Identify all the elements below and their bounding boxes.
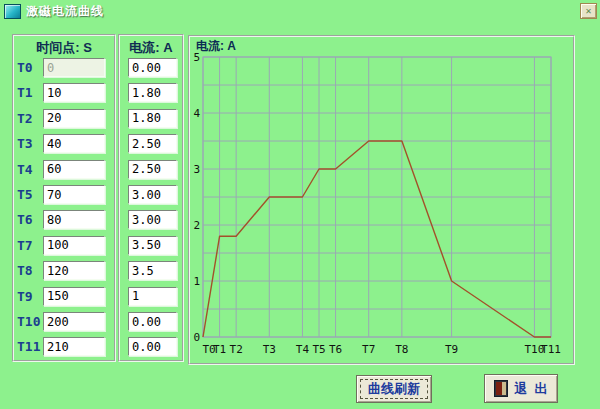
exit-button-label: 退 出 xyxy=(514,380,547,398)
chart-x-tick-label: T8 xyxy=(395,343,408,356)
current-input-t5[interactable] xyxy=(128,185,177,204)
row-label-t0: T0 xyxy=(17,60,45,75)
time-input-t1[interactable] xyxy=(43,83,105,102)
current-input-t11[interactable] xyxy=(128,337,177,356)
current-curve-chart: 012345T0T1T2T3T4T5T6T7T8T9T10T11电流: A xyxy=(190,37,573,363)
app-icon xyxy=(4,4,21,19)
app-window: 激磁电流曲线 ✕ 时间点: S T0T1T2T3T4T5T6T7T8T9T10T… xyxy=(0,0,600,409)
time-column-frame: 时间点: S T0T1T2T3T4T5T6T7T8T9T10T11 xyxy=(12,34,116,362)
time-input-t9[interactable] xyxy=(43,287,105,306)
time-input-t3[interactable] xyxy=(43,134,105,153)
current-input-t6[interactable] xyxy=(128,210,177,229)
time-input-t5[interactable] xyxy=(43,185,105,204)
current-input-t2[interactable] xyxy=(128,109,177,128)
current-curve-line xyxy=(203,141,551,337)
current-input-t3[interactable] xyxy=(128,134,177,153)
current-input-t4[interactable] xyxy=(128,160,177,179)
current-input-t9[interactable] xyxy=(128,287,177,306)
chart-y-tick-label: 1 xyxy=(193,275,200,288)
time-input-t11[interactable] xyxy=(43,337,105,356)
exit-door-icon xyxy=(494,380,508,397)
row-label-t2: T2 xyxy=(17,111,45,126)
current-input-t0[interactable] xyxy=(128,58,177,77)
chart-x-tick-label: T3 xyxy=(263,343,276,356)
current-column-frame: 电流: A xyxy=(118,34,184,362)
row-label-t7: T7 xyxy=(17,238,45,253)
chart-x-tick-label: T1 xyxy=(213,343,226,356)
current-input-t1[interactable] xyxy=(128,83,177,102)
chart-x-tick-label: T4 xyxy=(296,343,310,356)
current-input-t8[interactable] xyxy=(128,261,177,280)
time-input-t4[interactable] xyxy=(43,160,105,179)
chart-x-tick-label: T9 xyxy=(445,343,458,356)
current-input-t10[interactable] xyxy=(128,312,177,331)
time-input-t0[interactable] xyxy=(43,58,105,77)
current-column-header: 电流: A xyxy=(120,39,182,57)
time-input-t6[interactable] xyxy=(43,210,105,229)
window-title: 激磁电流曲线 xyxy=(26,3,104,20)
close-icon: ✕ xyxy=(585,5,591,16)
row-label-t5: T5 xyxy=(17,187,45,202)
exit-button[interactable]: 退 出 xyxy=(484,374,558,403)
time-input-t8[interactable] xyxy=(43,261,105,280)
row-label-t9: T9 xyxy=(17,289,45,304)
row-label-t10: T10 xyxy=(17,314,45,329)
chart-x-tick-label: T7 xyxy=(362,343,375,356)
time-input-t7[interactable] xyxy=(43,236,105,255)
chart-y-tick-label: 2 xyxy=(193,219,200,232)
chart-y-tick-label: 4 xyxy=(193,107,200,120)
time-input-t2[interactable] xyxy=(43,109,105,128)
chart-y-axis-title: 电流: A xyxy=(196,39,236,53)
row-label-t8: T8 xyxy=(17,263,45,278)
chart-x-tick-label: T2 xyxy=(230,343,243,356)
time-column-header: 时间点: S xyxy=(14,39,114,57)
current-input-t7[interactable] xyxy=(128,236,177,255)
row-label-t1: T1 xyxy=(17,85,45,100)
chart-x-tick-label: T5 xyxy=(312,343,325,356)
row-label-t6: T6 xyxy=(17,212,45,227)
row-label-t3: T3 xyxy=(17,136,45,151)
titlebar: 激磁电流曲线 ✕ xyxy=(0,0,600,23)
close-button[interactable]: ✕ xyxy=(580,3,597,19)
refresh-curve-button[interactable]: 曲线刷新 xyxy=(356,375,432,403)
refresh-button-label: 曲线刷新 xyxy=(368,380,420,398)
row-label-t4: T4 xyxy=(17,162,45,177)
chart-x-tick-label: T6 xyxy=(329,343,342,356)
chart-y-tick-label: 0 xyxy=(193,331,200,344)
row-label-t11: T11 xyxy=(17,339,45,354)
chart-panel: 012345T0T1T2T3T4T5T6T7T8T9T10T11电流: A xyxy=(188,35,575,365)
chart-y-tick-label: 3 xyxy=(193,163,200,176)
time-input-t10[interactable] xyxy=(43,312,105,331)
chart-x-tick-label: T11 xyxy=(541,343,561,356)
